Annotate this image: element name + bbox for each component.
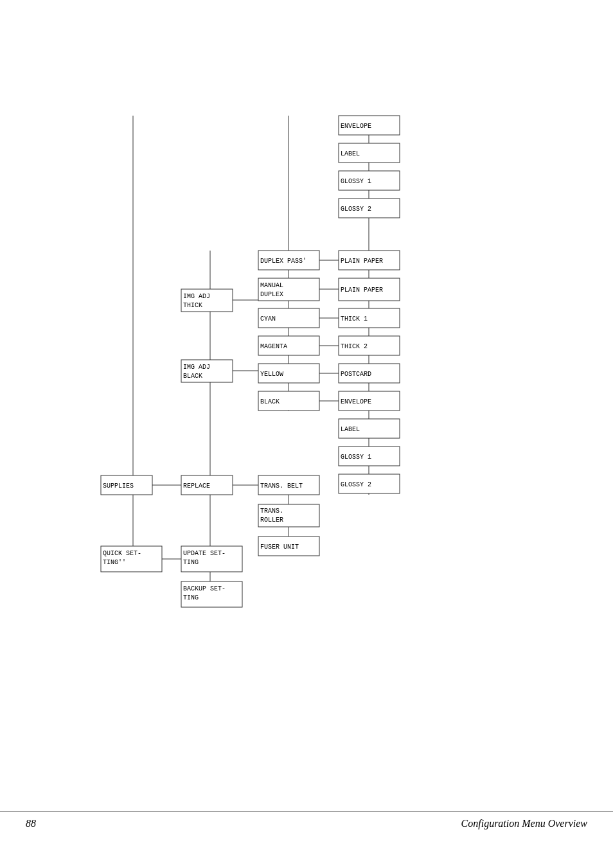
svg-text:GLOSSY 1: GLOSSY 1 [341, 178, 371, 185]
svg-text:SUPPLIES: SUPPLIES [103, 483, 134, 490]
svg-text:BLACK: BLACK [183, 373, 202, 380]
footer: 88 Configuration Menu Overview [0, 811, 613, 829]
svg-text:PLAIN PAPER: PLAIN PAPER [341, 258, 383, 265]
svg-text:CYAN: CYAN [260, 315, 276, 323]
svg-text:YELLOW: YELLOW [260, 371, 283, 378]
svg-text:ENVELOPE: ENVELOPE [341, 123, 371, 130]
svg-text:THICK 1: THICK 1 [341, 315, 368, 323]
svg-text:LABEL: LABEL [341, 426, 360, 433]
svg-text:THICK: THICK [183, 302, 202, 309]
page: QUICK SET- TING'' UPDATE SET- TING BACKU… [0, 0, 613, 868]
svg-text:LABEL: LABEL [341, 150, 360, 157]
svg-text:DUPLEX: DUPLEX [260, 291, 283, 298]
svg-text:MANUAL: MANUAL [260, 282, 283, 289]
svg-text:TING: TING [183, 559, 199, 566]
svg-text:BACKUP SET-: BACKUP SET- [183, 585, 226, 592]
svg-text:IMG ADJ: IMG ADJ [183, 293, 210, 300]
svg-text:PLAIN PAPER: PLAIN PAPER [341, 287, 383, 294]
svg-text:REPLACE: REPLACE [183, 483, 210, 490]
svg-text:TRANS.: TRANS. [260, 508, 283, 515]
svg-text:MAGENTA: MAGENTA [260, 343, 287, 350]
svg-text:THICK 2: THICK 2 [341, 343, 368, 350]
svg-text:ROLLER: ROLLER [260, 517, 283, 524]
svg-text:DUPLEX PASS': DUPLEX PASS' [260, 258, 306, 265]
svg-text:GLOSSY 2: GLOSSY 2 [341, 481, 371, 488]
svg-text:TING'': TING'' [103, 559, 126, 566]
svg-text:TRANS. BELT: TRANS. BELT [260, 483, 303, 490]
svg-text:ENVELOPE: ENVELOPE [341, 398, 371, 405]
footer-page-number: 88 [26, 818, 36, 829]
svg-text:FUSER UNIT: FUSER UNIT [260, 544, 299, 551]
svg-text:POSTCARD: POSTCARD [341, 371, 371, 378]
diagram-area: QUICK SET- TING'' UPDATE SET- TING BACKU… [82, 51, 531, 630]
svg-text:QUICK SET-: QUICK SET- [103, 550, 141, 557]
svg-text:BLACK: BLACK [260, 398, 280, 405]
svg-text:UPDATE SET-: UPDATE SET- [183, 550, 226, 557]
svg-text:TING: TING [183, 594, 199, 601]
footer-title: Configuration Menu Overview [461, 818, 587, 829]
svg-text:GLOSSY 2: GLOSSY 2 [341, 206, 371, 213]
svg-text:IMG ADJ: IMG ADJ [183, 364, 210, 371]
svg-text:GLOSSY 1: GLOSSY 1 [341, 454, 371, 461]
diagram-svg: QUICK SET- TING'' UPDATE SET- TING BACKU… [82, 51, 531, 642]
